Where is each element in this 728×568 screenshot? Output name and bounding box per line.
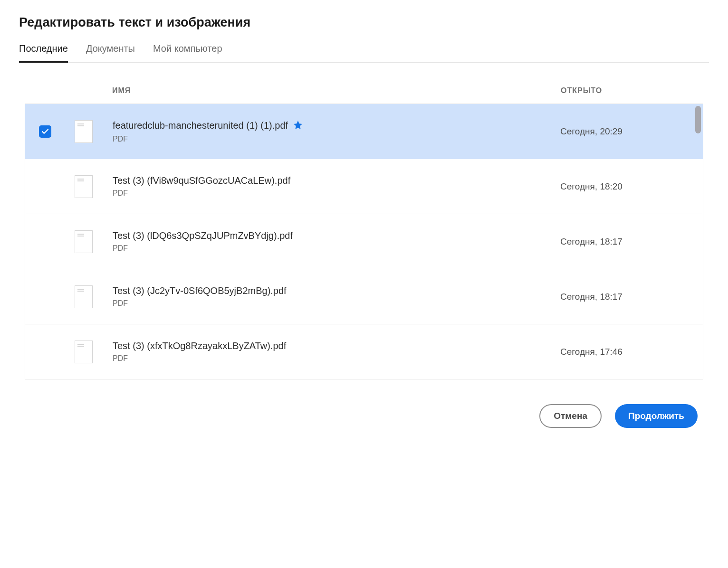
file-type: PDF xyxy=(113,189,551,198)
file-name: Test (3) (fVi8w9quSfGGozcUACaLEw).pdf xyxy=(113,175,290,186)
file-name: Test (3) (lDQ6s3QpSZqJUPmZvBYdjg).pdf xyxy=(113,230,293,241)
table-row[interactable]: Test (3) (fVi8w9quSfGGozcUACaLEw).pdf PD… xyxy=(25,159,703,214)
star-icon[interactable] xyxy=(293,120,303,132)
file-name: Test (3) (Jc2yTv-0Sf6QOB5yjB2mBg).pdf xyxy=(113,285,287,296)
file-icon xyxy=(75,230,93,253)
tab-recent[interactable]: Последние xyxy=(19,40,68,63)
file-icon xyxy=(75,120,93,143)
continue-button[interactable]: Продолжить xyxy=(615,404,698,428)
table-header: ИМЯ ОТКРЫТО xyxy=(25,86,703,104)
table-row[interactable]: Test (3) (xfxTkOg8RzayakxLByZATw).pdf PD… xyxy=(25,324,703,379)
file-opened: Сегодня, 17:46 xyxy=(560,347,623,357)
file-opened: Сегодня, 18:17 xyxy=(560,292,623,302)
tab-my-computer[interactable]: Мой компьютер xyxy=(153,40,222,63)
file-opened: Сегодня, 20:29 xyxy=(560,126,623,136)
column-name-header[interactable]: ИМЯ xyxy=(112,86,561,95)
column-opened-header[interactable]: ОТКРЫТО xyxy=(561,86,703,95)
file-type: PDF xyxy=(113,354,551,363)
table-row[interactable]: featuredclub-manchesterunited (1) (1).pd… xyxy=(25,104,703,159)
checkbox[interactable] xyxy=(39,125,51,138)
source-tabs: Последние Документы Мой компьютер xyxy=(19,40,709,63)
file-list: featuredclub-manchesterunited (1) (1).pd… xyxy=(25,104,703,379)
cancel-button[interactable]: Отмена xyxy=(539,404,602,428)
table-row[interactable]: Test (3) (lDQ6s3QpSZqJUPmZvBYdjg).pdf PD… xyxy=(25,214,703,269)
file-icon xyxy=(75,341,93,363)
file-name: Test (3) (xfxTkOg8RzayakxLByZATw).pdf xyxy=(113,341,286,351)
table-row[interactable]: Test (3) (Jc2yTv-0Sf6QOB5yjB2mBg).pdf PD… xyxy=(25,269,703,324)
tab-documents[interactable]: Документы xyxy=(86,40,135,63)
file-type: PDF xyxy=(113,244,551,253)
file-type: PDF xyxy=(113,299,551,308)
file-name: featuredclub-manchesterunited (1) (1).pd… xyxy=(113,120,288,131)
file-icon xyxy=(75,175,93,198)
file-icon xyxy=(75,285,93,308)
file-type: PDF xyxy=(113,135,551,143)
file-opened: Сегодня, 18:20 xyxy=(560,181,623,191)
scrollbar-thumb[interactable] xyxy=(695,106,701,133)
file-opened: Сегодня, 18:17 xyxy=(560,237,623,246)
page-title: Редактировать текст и изображения xyxy=(19,15,709,30)
